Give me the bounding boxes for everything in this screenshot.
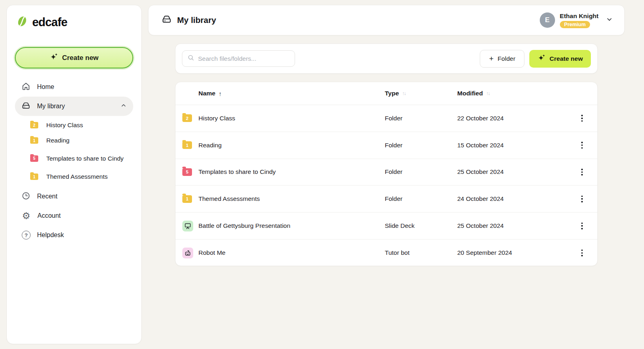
app-logo[interactable]: edcafe [15, 15, 133, 29]
library-drawer-icon [21, 101, 31, 112]
file-name: Reading [198, 142, 385, 149]
robot-icon [182, 248, 193, 258]
help-question-icon: ? [22, 231, 31, 240]
table-row[interactable]: Robot Me Tutor bot 20 September 2024 [175, 240, 597, 266]
sidebar-item-label: Helpdesk [37, 231, 64, 239]
folder-icon: 2 [30, 122, 38, 128]
file-type: Folder [385, 195, 457, 202]
sidebar-item-label: Account [37, 212, 61, 219]
gear-icon: ⚙ [21, 211, 31, 221]
column-header-type[interactable]: Type ↑↓ [385, 90, 457, 97]
folder-icon: 1 [30, 137, 38, 144]
column-header-name[interactable]: Name ↑ [198, 90, 385, 97]
column-header-modified[interactable]: Modified ↑↓ [457, 90, 570, 97]
file-modified: 24 October 2024 [457, 195, 570, 202]
more-options-button[interactable] [578, 139, 586, 151]
more-options-button[interactable] [578, 220, 586, 232]
file-modified: 25 October 2024 [457, 168, 570, 176]
user-name: Ethan Knight [560, 12, 599, 20]
chevron-up-icon[interactable] [120, 102, 127, 110]
table-row[interactable]: Battle of Gettysburg Presentation Slide … [175, 213, 597, 240]
file-type: Folder [385, 142, 457, 149]
search-input[interactable] [198, 55, 290, 62]
more-options-button[interactable] [578, 112, 586, 124]
file-name: Templates to share to Cindy [198, 168, 385, 176]
page-title: My library [177, 15, 216, 25]
more-options-button[interactable] [578, 247, 586, 259]
folder-label: Reading [46, 137, 70, 144]
table-row[interactable]: 5 Templates to share to Cindy Folder 25 … [175, 159, 597, 186]
file-name: Battle of Gettysburg Presentation [198, 222, 385, 229]
sort-icon: ↑↓ [486, 91, 490, 96]
clock-icon [21, 191, 31, 202]
slide-deck-icon [182, 221, 193, 231]
table-row[interactable]: 2 History Class Folder 22 October 2024 [175, 105, 597, 132]
file-name: History Class [198, 115, 385, 122]
library-table: Name ↑ Type ↑↓ Modified ↑↓ 2 History Cla… [175, 82, 598, 266]
file-type: Folder [385, 168, 457, 176]
sidebar-item-helpdesk[interactable]: ? Helpdesk [15, 225, 133, 245]
sidebar-item-recent[interactable]: Recent [15, 187, 133, 206]
file-type: Tutor bot [385, 249, 457, 256]
sort-ascending-icon: ↑ [219, 90, 222, 97]
sidebar-folder-reading[interactable]: 1 Reading [15, 133, 133, 148]
folder-label: Templates to share to Cindy [46, 154, 124, 163]
sidebar-create-new-label: Create new [62, 54, 99, 62]
create-new-label: Create new [549, 55, 583, 62]
home-icon [21, 82, 31, 93]
folder-icon: 1 [30, 173, 38, 180]
file-name: Themed Assessments [198, 195, 385, 202]
create-new-button[interactable]: Create new [529, 50, 591, 68]
folder-label: Themed Assessments [46, 173, 107, 180]
file-modified: 22 October 2024 [457, 115, 570, 122]
more-options-button[interactable] [578, 193, 586, 205]
file-modified: 20 September 2024 [457, 249, 570, 256]
file-modified: 25 October 2024 [457, 222, 570, 229]
folder-icon: 1 [182, 141, 192, 149]
sidebar: edcafe Create new Home [6, 5, 142, 344]
user-menu[interactable]: E Ethan Knight Premium [540, 12, 613, 28]
sidebar-item-home[interactable]: Home [15, 77, 133, 97]
library-drawer-icon [161, 14, 172, 26]
sidebar-folder-history-class[interactable]: 2 History Class [15, 118, 133, 133]
sidebar-item-label: Home [37, 83, 54, 91]
table-row[interactable]: 1 Reading Folder 15 October 2024 [175, 132, 597, 159]
plus-icon: + [489, 54, 493, 63]
search-icon [187, 54, 195, 63]
brand-bean-icon [16, 15, 29, 29]
sparkle-icon [537, 54, 545, 64]
file-type: Folder [385, 115, 457, 122]
sidebar-folder-templates[interactable]: 5 Templates to share to Cindy [15, 148, 133, 169]
sidebar-item-label: Recent [37, 193, 58, 200]
top-header: My library E Ethan Knight Premium [148, 5, 625, 35]
folder-icon: 1 [182, 195, 192, 203]
new-folder-button[interactable]: + Folder [480, 50, 524, 68]
search-box[interactable] [182, 50, 295, 67]
file-name: Robot Me [198, 249, 385, 256]
app-logo-text: edcafe [32, 16, 67, 29]
sidebar-create-new-button[interactable]: Create new [15, 47, 133, 68]
folder-label: History Class [46, 122, 83, 129]
sidebar-folder-list: 2 History Class 1 Reading 5 Templates to… [15, 118, 133, 184]
file-modified: 15 October 2024 [457, 142, 570, 149]
sidebar-nav: Home My library [15, 77, 133, 245]
folder-icon: 5 [182, 168, 192, 176]
chevron-down-icon[interactable] [606, 16, 613, 25]
library-toolbar: + Folder Create new [175, 43, 598, 74]
table-row[interactable]: 1 Themed Assessments Folder 24 October 2… [175, 186, 597, 213]
sidebar-item-my-library[interactable]: My library [15, 97, 133, 116]
avatar: E [540, 12, 555, 28]
sidebar-folder-themed-assessments[interactable]: 1 Themed Assessments [15, 169, 133, 184]
new-folder-label: Folder [497, 55, 515, 62]
sort-icon: ↑↓ [402, 91, 406, 96]
folder-icon: 5 [30, 155, 38, 162]
plan-badge: Premium [560, 21, 590, 28]
sparkle-icon [50, 53, 58, 63]
more-options-button[interactable] [578, 166, 586, 178]
file-type: Slide Deck [385, 222, 457, 229]
folder-icon: 2 [182, 114, 192, 122]
sidebar-item-account[interactable]: ⚙ Account [15, 206, 133, 225]
sidebar-item-label: My library [37, 103, 65, 110]
table-header-row: Name ↑ Type ↑↓ Modified ↑↓ [175, 82, 597, 105]
